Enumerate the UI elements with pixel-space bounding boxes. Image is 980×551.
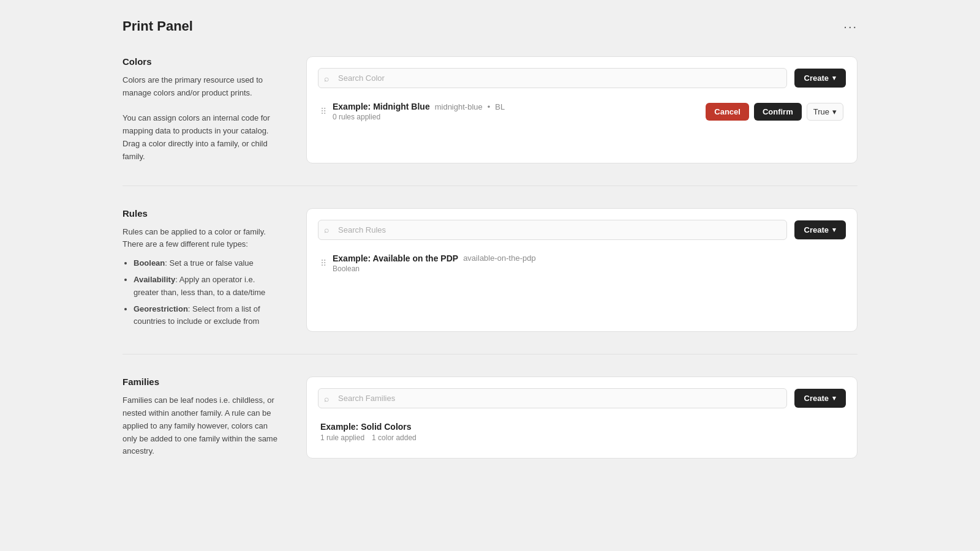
families-info: Families Families can be leaf nodes i.e.… [123,377,282,459]
rules-search-wrap: ⌕ [318,220,787,240]
colors-item-sep: • [488,102,491,111]
families-item-colors: 1 color added [372,433,417,442]
families-toolbar: ⌕ Create ▾ [318,388,846,408]
colors-search-wrap: ⌕ [318,68,787,88]
rules-bullet3-title: Georestriction [134,304,188,313]
colors-info: Colors Colors are the primary resource u… [123,56,282,163]
families-item-meta: 1 rule applied 1 color added [320,433,843,442]
rules-item-sub: Boolean [333,264,843,273]
colors-item-code: midnight-blue [435,102,483,111]
colors-section: Colors Colors are the primary resource u… [123,56,858,163]
colors-item-info: Example: Midnight Blue midnight-blue • B… [333,102,699,121]
rules-item-code: available-on-the-pdp [463,253,536,263]
rules-desc: Rules can be applied to a color or famil… [123,226,282,329]
rules-create-chevron: ▾ [832,226,836,234]
families-panel: ⌕ Create ▾ Example: Solid Colors 1 rule … [306,377,858,459]
families-item-name: Example: Solid Colors [320,422,843,432]
colors-true-select[interactable]: True ▾ [807,103,843,121]
more-menu-icon[interactable]: ··· [843,20,858,34]
colors-cancel-button[interactable]: Cancel [706,103,749,121]
families-list-item: Example: Solid Colors 1 rule applied 1 c… [318,417,846,447]
rules-list-item: ⠿ Example: Available on the PDP availabl… [318,249,846,278]
page-title: Print Panel [123,18,193,34]
rules-panel: ⌕ Create ▾ ⠿ Example: Available on the P… [306,208,858,332]
colors-list-item: ⠿ Example: Midnight Blue midnight-blue •… [318,97,846,126]
rules-item-info: Example: Available on the PDP available-… [333,253,843,273]
rules-drag-handle[interactable]: ⠿ [320,258,326,268]
rules-search-icon: ⌕ [324,225,329,234]
families-search-input[interactable] [318,388,787,408]
colors-item-shortcode: BL [495,102,505,111]
rules-bullet2-title: Availability [134,275,175,284]
colors-desc: Colors are the primary resource used to … [123,74,282,163]
rules-section: Rules Rules can be applied to a color or… [123,208,858,332]
families-section: Families Families can be leaf nodes i.e.… [123,377,858,459]
families-create-chevron: ▾ [832,394,836,402]
colors-drag-handle[interactable]: ⠿ [320,107,326,116]
colors-toolbar: ⌕ Create ▾ [318,68,846,88]
families-search-icon: ⌕ [324,394,329,403]
rules-info: Rules Rules can be applied to a color or… [123,208,282,332]
true-select-chevron: ▾ [832,107,837,116]
colors-search-icon: ⌕ [324,73,329,83]
divider-1 [123,186,858,186]
rules-search-input[interactable] [318,220,787,240]
colors-item-name: Example: Midnight Blue [333,102,430,111]
families-title: Families [123,377,282,387]
families-desc: Families can be leaf nodes i.e. childles… [123,394,282,458]
rules-bullet1-desc: : Set a true or false value [165,258,254,268]
families-create-button[interactable]: Create ▾ [794,389,846,408]
colors-panel: ⌕ Create ▾ ⠿ Example: Midnight Blue midn… [306,56,858,163]
colors-create-chevron: ▾ [832,74,836,82]
colors-confirm-button[interactable]: Confirm [754,103,802,121]
colors-create-button[interactable]: Create ▾ [794,69,846,88]
colors-item-actions: Cancel Confirm True ▾ [706,103,843,121]
colors-search-input[interactable] [318,68,787,88]
divider-2 [123,354,858,354]
rules-bullet1-title: Boolean [134,258,165,268]
rules-create-button[interactable]: Create ▾ [794,220,846,239]
rules-title: Rules [123,208,282,219]
rules-item-name: Example: Available on the PDP [333,253,458,263]
rules-toolbar: ⌕ Create ▾ [318,220,846,240]
families-search-wrap: ⌕ [318,388,787,408]
families-item-rules: 1 rule applied [320,433,364,442]
colors-item-sub: 0 rules applied [333,113,699,121]
colors-title: Colors [123,56,282,67]
